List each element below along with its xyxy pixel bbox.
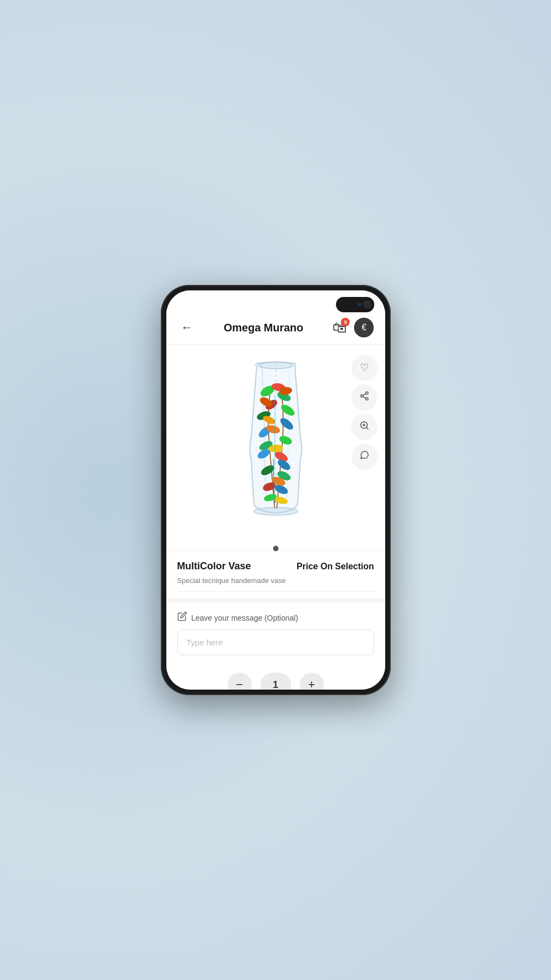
share-button[interactable]	[352, 385, 376, 409]
dot-active	[273, 546, 279, 551]
page-title: Omega Murano	[224, 322, 304, 334]
product-info-section: MultiColor Vase Price On Selection Speci…	[166, 552, 385, 598]
svg-point-27	[258, 362, 293, 369]
product-vase-image	[227, 361, 325, 520]
message-label-row: Leave your message (Optional)	[177, 611, 374, 624]
phone-frame: ← Omega Murano 🛍 0 €	[161, 285, 391, 695]
product-description: Special tecnique handemade vase	[177, 576, 374, 592]
svg-line-33	[363, 393, 366, 395]
product-price: Price On Selection	[297, 562, 374, 571]
quantity-decrease-button[interactable]: −	[228, 673, 252, 690]
svg-line-35	[366, 427, 368, 429]
svg-point-28	[254, 508, 298, 515]
cart-button[interactable]: 🛍 0	[330, 318, 350, 337]
image-dots	[166, 541, 385, 551]
message-input[interactable]	[177, 629, 374, 655]
product-image-section: ♡	[166, 345, 385, 541]
profile-icon: €	[362, 323, 367, 332]
phone-screen: ← Omega Murano 🛍 0 €	[166, 290, 385, 690]
scroll-content[interactable]: ♡	[166, 345, 385, 690]
whatsapp-icon	[359, 450, 369, 463]
header-actions: 🛍 0 €	[330, 318, 374, 337]
camera-dot	[358, 303, 361, 306]
product-title: MultiColor Vase	[177, 561, 251, 572]
quantity-display: 1	[260, 673, 291, 690]
back-arrow-icon: ←	[181, 320, 193, 335]
product-title-row: MultiColor Vase Price On Selection	[177, 561, 374, 572]
side-actions: ♡	[352, 355, 376, 468]
message-label-icon	[177, 611, 187, 624]
camera-bar	[336, 297, 374, 312]
message-section: Leave your message (Optional)	[166, 603, 385, 664]
cart-badge: 0	[341, 318, 350, 326]
quantity-section: − 1 +	[166, 664, 385, 690]
camera-lens	[363, 301, 371, 308]
quantity-increase-button[interactable]: +	[300, 673, 324, 690]
message-label-text: Leave your message (Optional)	[192, 614, 298, 622]
svg-line-32	[363, 396, 366, 398]
back-button[interactable]: ←	[177, 318, 197, 337]
zoom-button[interactable]	[352, 415, 376, 439]
zoom-icon	[359, 421, 369, 433]
favorite-button[interactable]: ♡	[352, 355, 376, 380]
profile-button[interactable]: €	[354, 318, 374, 337]
share-icon	[359, 391, 369, 404]
heart-icon: ♡	[360, 361, 369, 374]
product-image-container	[221, 358, 330, 522]
whatsapp-button[interactable]	[352, 444, 376, 468]
